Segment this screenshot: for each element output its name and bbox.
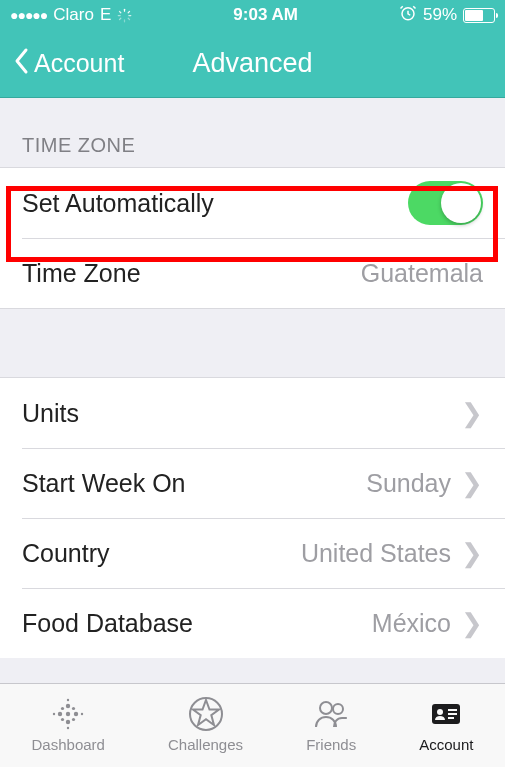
signal-dots-icon: ●●●●●: [10, 7, 47, 23]
nav-bar: Account Advanced: [0, 30, 505, 98]
friends-icon: [312, 695, 350, 733]
row-right: ❯: [461, 398, 483, 429]
timezone-list: Set Automatically Time Zone Guatemala: [0, 167, 505, 309]
tab-label: Challenges: [168, 736, 243, 753]
svg-rect-6: [119, 17, 122, 20]
account-icon: [427, 695, 465, 733]
svg-point-24: [333, 704, 343, 714]
svg-rect-3: [129, 14, 132, 15]
section-header-timezone: TIME ZONE: [0, 98, 505, 167]
general-list: Units ❯ Start Week On Sunday ❯ Country U…: [0, 377, 505, 658]
tab-label: Account: [419, 736, 473, 753]
chevron-right-icon: ❯: [461, 468, 483, 499]
svg-rect-27: [448, 709, 457, 711]
set-automatically-toggle[interactable]: [408, 181, 483, 225]
loading-spinner-icon: [117, 8, 132, 23]
svg-point-23: [320, 702, 332, 714]
row-label: Units: [22, 399, 79, 428]
chevron-right-icon: ❯: [461, 538, 483, 569]
row-right: Sunday ❯: [366, 468, 483, 499]
dashboard-icon: [49, 695, 87, 733]
start-week-row[interactable]: Start Week On Sunday ❯: [0, 448, 505, 518]
tab-label: Dashboard: [32, 736, 105, 753]
challenges-icon: [187, 695, 225, 733]
row-label: Start Week On: [22, 469, 186, 498]
units-row[interactable]: Units ❯: [0, 378, 505, 448]
row-label: Time Zone: [22, 259, 141, 288]
nav-title: Advanced: [192, 48, 312, 79]
svg-point-20: [53, 712, 55, 714]
row-label: Food Database: [22, 609, 193, 638]
row-right: México ❯: [372, 608, 483, 639]
network-type: E: [100, 5, 111, 25]
status-time: 9:03 AM: [233, 5, 298, 25]
svg-rect-29: [448, 717, 454, 719]
svg-point-11: [66, 719, 70, 723]
svg-point-14: [61, 706, 64, 709]
set-automatically-row: Set Automatically: [0, 168, 505, 238]
svg-point-9: [66, 711, 70, 715]
chevron-right-icon: ❯: [461, 398, 483, 429]
svg-rect-7: [128, 10, 131, 13]
row-value: United States: [301, 539, 451, 568]
tab-dashboard[interactable]: Dashboard: [32, 695, 105, 753]
back-label: Account: [34, 49, 124, 78]
svg-point-18: [67, 698, 69, 700]
battery-icon: [463, 8, 495, 23]
row-value: México: [372, 609, 451, 638]
row-right: United States ❯: [301, 538, 483, 569]
row-label: Country: [22, 539, 110, 568]
svg-rect-5: [128, 17, 131, 20]
country-row[interactable]: Country United States ❯: [0, 518, 505, 588]
row-value: Sunday: [366, 469, 451, 498]
tab-friends[interactable]: Friends: [306, 695, 356, 753]
alarm-icon: [399, 4, 417, 27]
tab-bar: Dashboard Challenges Friends Account: [0, 683, 505, 767]
chevron-left-icon: [12, 46, 32, 82]
row-label: Set Automatically: [22, 189, 214, 218]
timezone-row[interactable]: Time Zone Guatemala: [0, 238, 505, 308]
status-left: ●●●●● Claro E: [10, 5, 132, 25]
svg-point-16: [61, 717, 64, 720]
toggle-knob: [441, 183, 481, 223]
status-right: 59%: [399, 4, 495, 27]
status-bar: ●●●●● Claro E 9:03 AM 59%: [0, 0, 505, 30]
svg-point-19: [67, 726, 69, 728]
food-database-row[interactable]: Food Database México ❯: [0, 588, 505, 658]
section-gap: [0, 309, 505, 377]
svg-point-10: [66, 703, 70, 707]
svg-rect-1: [124, 19, 125, 22]
row-value: Guatemala: [361, 259, 483, 288]
chevron-right-icon: ❯: [461, 608, 483, 639]
svg-point-15: [72, 706, 75, 709]
battery-percent: 59%: [423, 5, 457, 25]
tab-account[interactable]: Account: [419, 695, 473, 753]
svg-rect-2: [118, 14, 121, 15]
svg-point-12: [58, 711, 62, 715]
svg-point-17: [72, 717, 75, 720]
tab-label: Friends: [306, 736, 356, 753]
back-button[interactable]: Account: [0, 46, 124, 82]
svg-point-13: [74, 711, 78, 715]
svg-rect-28: [448, 713, 457, 715]
tab-challenges[interactable]: Challenges: [168, 695, 243, 753]
svg-point-26: [437, 709, 443, 715]
carrier-label: Claro: [53, 5, 94, 25]
svg-rect-0: [124, 8, 125, 11]
svg-point-21: [81, 712, 83, 714]
svg-rect-4: [119, 10, 122, 13]
